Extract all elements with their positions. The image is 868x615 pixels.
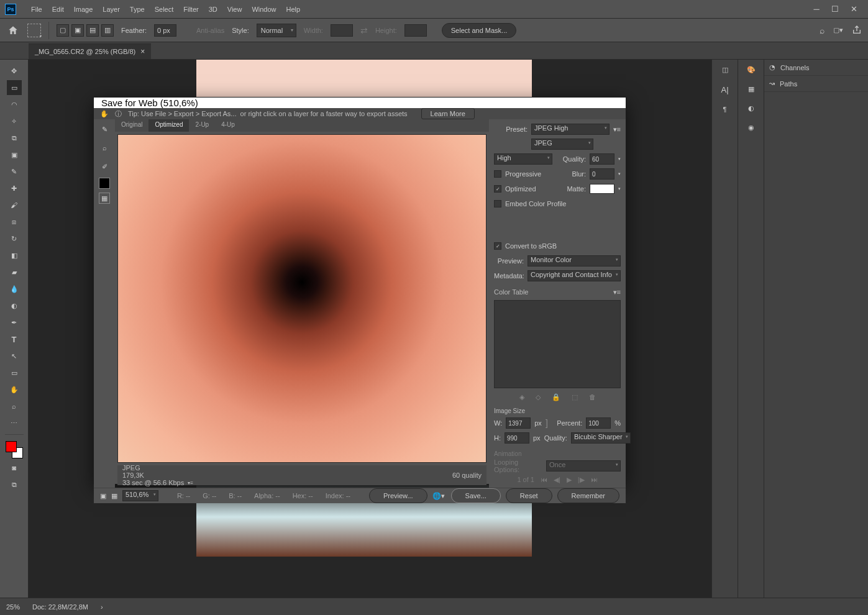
menu-window[interactable]: Window (247, 3, 281, 16)
clone-stamp-tool[interactable]: ⧇ (7, 214, 22, 229)
menu-select[interactable]: Select (150, 3, 179, 16)
learn-more-button[interactable]: Learn More (421, 108, 475, 119)
progressive-checkbox[interactable] (494, 170, 501, 178)
menu-help[interactable]: Help (281, 3, 306, 16)
menu-3d[interactable]: 3D (204, 3, 222, 16)
embed-profile-checkbox[interactable] (494, 200, 501, 207)
shape-tool[interactable]: ▭ (7, 365, 22, 380)
hand-tool-icon[interactable]: ✋ (100, 110, 109, 118)
color-panel-icon[interactable]: 🎨 (747, 66, 756, 74)
properties-panel-icon[interactable]: ◉ (748, 124, 754, 132)
document-info[interactable]: Doc: 22,8M/22,8M (32, 603, 88, 611)
width-input[interactable] (506, 417, 531, 429)
quick-mask-toggle[interactable]: ◙ (7, 460, 22, 475)
optimized-checkbox[interactable]: ✓ (494, 185, 501, 193)
feather-input[interactable] (154, 24, 176, 37)
ct-snap-icon[interactable]: ◈ (519, 393, 524, 401)
more-tools[interactable]: ⋯ (7, 416, 22, 430)
matte-swatch[interactable] (590, 184, 614, 194)
ct-shift-icon[interactable]: ◇ (536, 393, 541, 401)
selection-new[interactable]: ▢ (57, 24, 69, 37)
path-selection-tool[interactable]: ↖ (7, 348, 22, 363)
crop-tool[interactable]: ⧉ (7, 130, 22, 145)
search-icon[interactable]: ⌕ (820, 25, 825, 35)
workspace-switcher-icon[interactable]: ▢▾ (833, 26, 843, 34)
zoom-dropdown[interactable]: 510,6% (122, 490, 158, 501)
tab-close-icon[interactable]: × (140, 47, 145, 56)
dialog-preview-image[interactable] (117, 134, 487, 463)
gradient-tool[interactable]: ▰ (7, 265, 22, 280)
preset-dropdown[interactable]: JPEG High (531, 124, 610, 135)
percent-input[interactable] (586, 417, 611, 429)
dlg-slice-tool[interactable]: ✎ (97, 122, 112, 137)
menu-layer[interactable]: Layer (98, 3, 125, 16)
dlg-slice-visibility[interactable]: ▦ (99, 193, 110, 204)
convert-srgb-checkbox[interactable]: ✓ (494, 242, 501, 250)
share-icon[interactable] (852, 25, 862, 36)
healing-brush-tool[interactable]: ✚ (7, 181, 22, 196)
selection-add[interactable]: ▣ (71, 24, 84, 37)
screen-mode-toggle[interactable]: ⧉ (7, 477, 22, 492)
matte-caret[interactable]: ▾ (618, 186, 621, 191)
channels-panel[interactable]: ◔ Channels (764, 60, 868, 76)
style-dropdown[interactable]: Normal (257, 24, 296, 37)
preview-tab-4-up[interactable]: 4-Up (215, 119, 241, 132)
selection-intersect[interactable]: ▥ (101, 24, 114, 37)
home-button[interactable] (6, 24, 20, 37)
menu-view[interactable]: View (222, 3, 247, 16)
browser-icon[interactable]: 🌐▾ (432, 492, 445, 500)
eyedropper-tool[interactable]: ✎ (7, 164, 22, 179)
color-table-menu-icon[interactable]: ▾≡ (613, 288, 621, 296)
zoom-level[interactable]: 25% (6, 603, 20, 611)
blur-input[interactable] (590, 168, 614, 180)
glyphs-panel-icon[interactable]: A| (721, 85, 728, 94)
dlg-eyedropper-tool[interactable]: ✐ (97, 159, 112, 174)
save-button[interactable]: Save... (451, 488, 501, 503)
ct-lock-icon[interactable]: 🔒 (552, 393, 560, 401)
panel-icon[interactable]: ◫ (722, 66, 728, 74)
minimize-button[interactable]: ─ (807, 3, 826, 16)
menu-edit[interactable]: Edit (47, 3, 69, 16)
move-tool[interactable]: ✥ (7, 63, 22, 78)
history-brush-tool[interactable]: ↻ (7, 231, 22, 246)
menu-image[interactable]: Image (69, 3, 98, 16)
menu-filter[interactable]: Filter (178, 3, 203, 16)
close-button[interactable]: ✕ (844, 3, 863, 16)
metadata-dropdown[interactable]: Copyright and Contact Info (528, 270, 621, 281)
marquee-tool[interactable]: ▭ (7, 80, 22, 95)
document-tab[interactable]: _MG_0565.CR2 @ 25% (RGB/8) × (29, 43, 151, 59)
toggle-slices-icon[interactable]: ▣ (100, 492, 106, 500)
type-tool[interactable]: T (7, 332, 22, 347)
reset-button[interactable]: Reset (506, 488, 552, 503)
status-caret-icon[interactable]: › (101, 603, 103, 611)
magic-wand-tool[interactable]: ✧ (7, 114, 22, 129)
tool-preset[interactable]: ▾ (27, 24, 41, 37)
preset-menu-icon[interactable]: ▾≡ (613, 125, 621, 134)
eraser-tool[interactable]: ◧ (7, 248, 22, 263)
dlg-eyedropper-color[interactable] (99, 178, 110, 189)
blur-tool[interactable]: 💧 (7, 281, 22, 296)
menu-type[interactable]: Type (125, 3, 150, 16)
preview-browser-button[interactable]: Preview... (369, 488, 427, 503)
selection-subtract[interactable]: ▤ (86, 24, 99, 37)
height-input[interactable] (505, 432, 529, 444)
adjustments-panel-icon[interactable]: ◐ (748, 104, 754, 112)
dodge-tool[interactable]: ◐ (7, 298, 22, 313)
frame-tool[interactable]: ▣ (7, 147, 22, 162)
hand-tool[interactable]: ✋ (7, 382, 22, 397)
preview-tab-2-up[interactable]: 2-Up (189, 119, 215, 132)
menu-file[interactable]: File (26, 3, 47, 16)
compression-dropdown[interactable]: High (494, 153, 552, 165)
swatches-panel-icon[interactable]: ▦ (748, 85, 754, 93)
paths-panel[interactable]: ↝ Paths (764, 76, 868, 92)
link-icon[interactable]: ] (546, 418, 548, 428)
format-dropdown[interactable]: JPEG (531, 139, 593, 150)
brush-tool[interactable]: 🖌 (7, 198, 22, 212)
preview-tab-optimized[interactable]: Optimized (148, 119, 189, 132)
blur-caret[interactable]: ▾ (618, 171, 621, 176)
toggle-slices2-icon[interactable]: ▦ (111, 492, 117, 500)
quality-input[interactable] (590, 153, 614, 165)
pen-tool[interactable]: ✒ (7, 315, 22, 330)
preview-tab-original[interactable]: Original (115, 119, 148, 132)
select-and-mask-button[interactable]: Select and Mask... (442, 23, 517, 38)
